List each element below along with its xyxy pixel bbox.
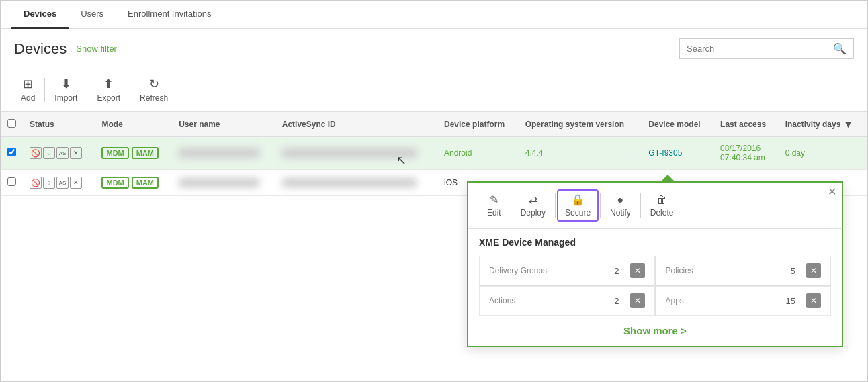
delivery-groups-label: Delivery Groups (489, 266, 609, 275)
import-icon: ⬇ (61, 77, 71, 91)
row1-activesync (282, 148, 417, 158)
export-label: Export (97, 93, 120, 103)
deploy-button[interactable]: ⇄ Deploy (513, 191, 554, 220)
search-box: 🔍 (679, 38, 854, 59)
delete-button[interactable]: 🗑 Delete (642, 191, 682, 220)
toolbar-sep-2 (87, 78, 87, 102)
popup-grid: Delivery Groups 2 ✕ Policies 5 ✕ Actions… (479, 256, 831, 316)
policies-count: 5 (791, 266, 795, 276)
delete-label: Delete (650, 208, 674, 218)
show-filter-link[interactable]: Show filter (76, 44, 117, 54)
edit-label: Edit (487, 208, 501, 218)
close-icon[interactable]: ✕ (828, 185, 836, 198)
import-button[interactable]: ⬇ Import (48, 74, 84, 105)
col-platform: Device platform (444, 120, 505, 129)
popup-title: XME Device Managed (468, 229, 842, 256)
show-more-link[interactable]: Show more > (623, 325, 687, 336)
popup: ✕ ✎ Edit ⇄ Deploy 🔒 Secure ● Notify 🗑 De… (467, 181, 843, 347)
add-button[interactable]: ⊞ Add (14, 74, 42, 105)
col-status: Status (30, 120, 54, 129)
actions-action-icon[interactable]: ✕ (630, 293, 645, 308)
status-icon-3: AS (56, 177, 69, 189)
col-os-version: Operating system version (525, 120, 624, 129)
secure-label: Secure (565, 208, 591, 218)
row1-model: GT-I9305 (648, 148, 682, 158)
popup-arrow (660, 175, 676, 183)
export-button[interactable]: ⬆ Export (90, 74, 127, 105)
col-last-access: Last access (720, 120, 766, 129)
edit-button[interactable]: ✎ Edit (479, 191, 509, 220)
apps-label: Apps (666, 296, 781, 305)
status-icon-2: ○ (43, 147, 55, 159)
badge-mdm: MDM (101, 147, 128, 159)
popup-footer: Show more > (468, 316, 842, 346)
refresh-button[interactable]: ↻ Refresh (133, 74, 175, 105)
deploy-label: Deploy (521, 208, 546, 218)
top-tabs: Devices Users Enrollment Invitations (1, 1, 867, 29)
apps-cell: Apps 15 ✕ (656, 286, 832, 316)
page-title: Devices (14, 40, 67, 58)
row1-checkbox[interactable] (7, 148, 16, 156)
row2-activesync (282, 178, 417, 187)
select-all-checkbox[interactable] (7, 119, 16, 128)
row2-platform: iOS (444, 178, 458, 187)
tab-users[interactable]: Users (69, 1, 116, 29)
col-activesync: ActiveSync ID (282, 120, 336, 129)
row1-inactivity: 0 day (785, 148, 805, 158)
expand-columns-button[interactable]: ▼ (843, 119, 853, 130)
popup-sep-4 (640, 193, 641, 218)
apps-count: 15 (786, 296, 795, 306)
search-input[interactable] (687, 44, 833, 54)
edit-icon: ✎ (490, 193, 498, 206)
popup-toolbar: ✎ Edit ⇄ Deploy 🔒 Secure ● Notify 🗑 Dele… (468, 183, 842, 229)
row2-username (179, 178, 259, 187)
row1-platform: Android (444, 148, 472, 158)
tab-devices[interactable]: Devices (11, 1, 69, 29)
export-icon: ⬆ (103, 77, 114, 91)
toolbar-sep-3 (130, 78, 130, 102)
row1-status-icons: 🚫 ○ AS ✕ (30, 147, 88, 159)
col-username: User name (179, 120, 220, 129)
add-label: Add (21, 93, 35, 103)
add-icon: ⊞ (23, 77, 33, 91)
row2-status-icons: 🚫 ○ AS ✕ (30, 177, 88, 189)
policies-action-icon[interactable]: ✕ (806, 263, 821, 278)
popup-sep-3 (600, 193, 601, 218)
status-icon-1: 🚫 (30, 177, 42, 189)
policies-cell: Policies 5 ✕ (656, 256, 832, 285)
col-mode: Mode (101, 120, 122, 129)
policies-label: Policies (666, 266, 785, 275)
status-icon-1: 🚫 (30, 147, 42, 159)
notify-button[interactable]: ● Notify (602, 191, 639, 220)
toolbar: ⊞ Add ⬇ Import ⬆ Export ↻ Refresh (1, 68, 867, 111)
badge-mdm: MDM (101, 177, 128, 189)
notify-icon: ● (617, 194, 624, 206)
status-icon-2: ○ (43, 177, 55, 189)
status-icon-4: ✕ (70, 177, 82, 189)
row1-os: 4.4.4 (525, 148, 544, 158)
toolbar-sep-1 (44, 78, 45, 102)
apps-action-icon[interactable]: ✕ (806, 293, 821, 308)
refresh-icon: ↻ (149, 77, 159, 91)
row2-mode: MDM MAM (101, 177, 165, 189)
search-icon[interactable]: 🔍 (833, 42, 847, 55)
delivery-groups-count: 2 (614, 266, 619, 276)
actions-cell: Actions 2 ✕ (479, 286, 655, 316)
popup-sep-1 (511, 193, 511, 218)
delivery-groups-action-icon[interactable]: ✕ (630, 263, 645, 278)
row1-username (179, 148, 259, 158)
actions-label: Actions (489, 296, 609, 305)
status-icon-4: ✕ (70, 147, 82, 159)
status-icon-3: AS (56, 147, 69, 159)
actions-count: 2 (614, 296, 619, 306)
col-inactivity: Inactivity days (785, 120, 841, 129)
row2-checkbox[interactable] (7, 177, 16, 186)
tab-enrollment-invitations[interactable]: Enrollment Invitations (116, 1, 223, 29)
badge-mam: MAM (132, 147, 159, 159)
refresh-label: Refresh (140, 93, 168, 103)
page-header: Devices Show filter 🔍 (1, 29, 867, 68)
delete-icon: 🗑 (656, 194, 667, 206)
popup-sep-2 (555, 193, 556, 218)
col-device-model: Device model (648, 120, 700, 129)
secure-button[interactable]: 🔒 Secure (557, 189, 599, 222)
